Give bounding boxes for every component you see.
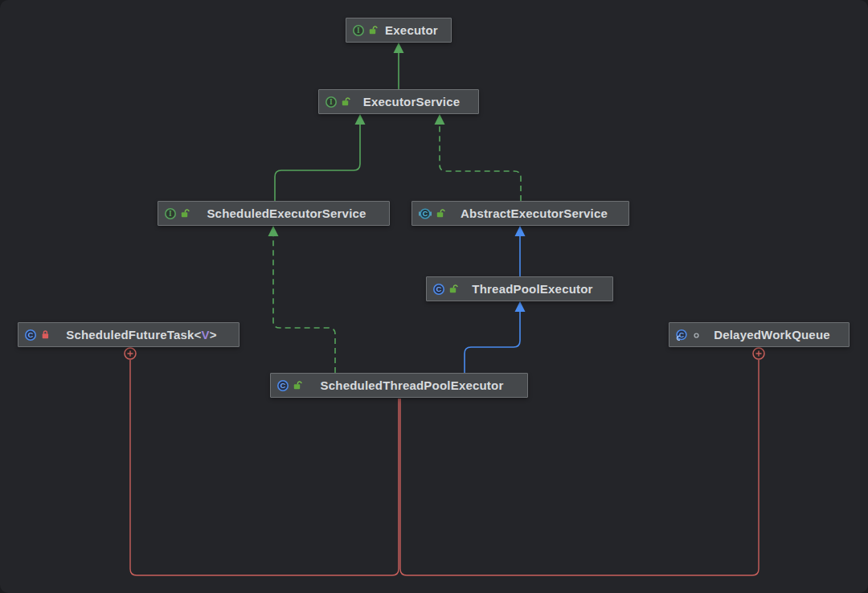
node-executor-service[interactable]: I ExecutorService — [318, 89, 479, 114]
node-abstract-executor-service[interactable]: C AbstractExecutorService — [411, 201, 629, 226]
svg-text:C: C — [679, 330, 685, 338]
class-icon: C — [276, 379, 289, 392]
label-text: Executor — [385, 23, 438, 37]
interface-icon: I — [164, 207, 177, 220]
svg-text:C: C — [280, 381, 285, 390]
node-delayed-work-queue[interactable]: C DelayedWorkQueue — [669, 322, 850, 347]
class-name-label: ScheduledThreadPoolExecutor — [305, 378, 519, 392]
static-class-icon: C — [675, 329, 688, 341]
class-name-label: ThreadPoolExecutor — [461, 282, 604, 296]
public-visibility-icon — [436, 208, 446, 219]
node-thread-pool-executor[interactable]: C ThreadPoolExecutor — [426, 276, 613, 301]
public-visibility-icon — [180, 208, 190, 219]
label-text: > — [210, 328, 217, 341]
nodes-layer: I Executor I ExecutorService I Scheduled… — [0, 0, 868, 593]
node-executor[interactable]: I Executor — [346, 18, 452, 43]
svg-text:I: I — [330, 98, 333, 106]
class-icon: C — [432, 283, 445, 296]
svg-text:C: C — [423, 210, 428, 218]
uml-diagram-canvas: I Executor I ExecutorService I Scheduled… — [0, 0, 868, 593]
label-text: ScheduledThreadPoolExecutor — [321, 378, 504, 392]
label-text: ScheduledFutureTask< — [66, 328, 201, 341]
label-text: DelayedWorkQueue — [714, 328, 830, 341]
label-text: ScheduledExecutorService — [207, 207, 366, 220]
public-visibility-icon — [368, 25, 379, 35]
label-text: ExecutorService — [363, 95, 461, 108]
class-name-label: Executor — [380, 23, 443, 37]
class-name-label: DelayedWorkQueue — [703, 328, 841, 341]
public-visibility-icon — [341, 96, 351, 107]
abstract-class-icon: C — [418, 207, 432, 220]
svg-text:C: C — [436, 284, 441, 293]
package-visibility-icon — [691, 329, 702, 340]
interface-icon: I — [325, 96, 338, 108]
class-name-label: ScheduledExecutorService — [192, 207, 381, 220]
public-visibility-icon — [293, 380, 303, 391]
private-visibility-icon — [40, 329, 51, 340]
node-scheduled-executor-service[interactable]: I ScheduledExecutorService — [158, 201, 390, 226]
node-scheduled-future-task[interactable]: C ScheduledFutureTask<V> — [18, 322, 240, 347]
generic-type-parameter: V — [202, 328, 210, 341]
public-visibility-icon — [448, 284, 459, 294]
class-name-label: AbstractExecutorService — [448, 207, 620, 220]
class-name-label: ExecutorService — [353, 95, 470, 108]
class-icon: C — [24, 329, 37, 341]
svg-text:I: I — [169, 210, 172, 218]
label-text: AbstractExecutorService — [461, 207, 608, 220]
label-text: ThreadPoolExecutor — [472, 282, 592, 296]
svg-text:I: I — [357, 27, 360, 35]
node-scheduled-thread-pool-executor[interactable]: C ScheduledThreadPoolExecutor — [270, 373, 528, 398]
svg-text:C: C — [27, 330, 33, 339]
interface-icon: I — [352, 24, 365, 37]
class-name-label: ScheduledFutureTask<V> — [52, 328, 231, 341]
